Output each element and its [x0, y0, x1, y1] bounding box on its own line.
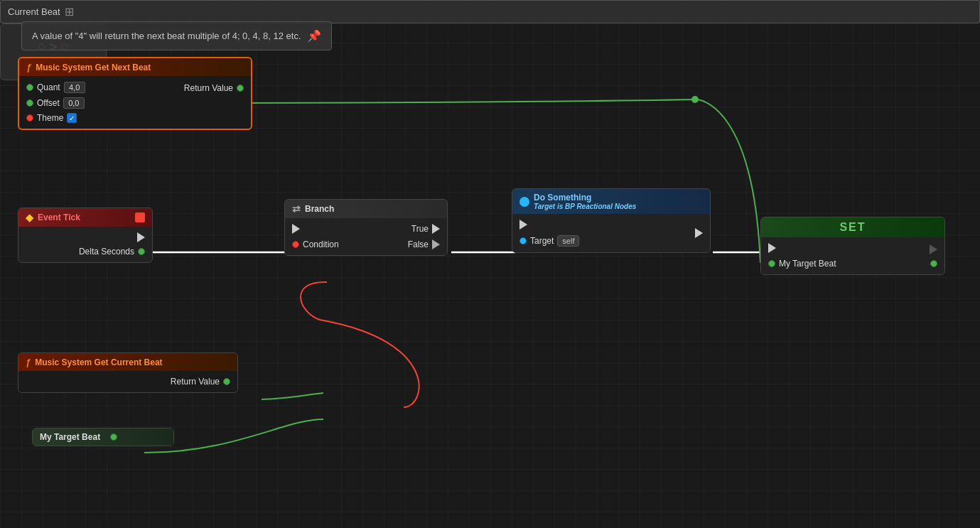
set-exec-in-pin[interactable] [768, 243, 776, 253]
offset-pin[interactable] [26, 99, 33, 107]
target-label: Target [530, 236, 554, 246]
function-icon: ƒ [26, 62, 31, 72]
set-out-beat-pin[interactable] [930, 260, 937, 267]
event-icon: ◆ [26, 212, 33, 223]
svg-point-0 [691, 96, 699, 103]
condition-label: Condition [303, 239, 339, 249]
function-icon-current: ƒ [26, 357, 31, 367]
set-exec-out-row [930, 244, 937, 254]
pin-icon[interactable]: 📌 [307, 29, 321, 43]
node-branch-header: ⇄ Branch [285, 200, 447, 218]
node-get-current-beat-body: Return Value [18, 371, 237, 392]
current-return-pin[interactable] [223, 378, 230, 385]
delta-seconds-pin[interactable] [138, 248, 145, 255]
set-target-beat-pin[interactable] [768, 260, 775, 267]
my-target-beat-label: My Target Beat [40, 432, 100, 442]
true-pin[interactable] [432, 224, 440, 234]
event-tick-stop-icon [135, 212, 145, 222]
current-beat-label: Current Beat ⊞ [0, 0, 980, 23]
true-label: True [411, 224, 429, 234]
branch-icon: ⇄ [292, 203, 301, 215]
target-row: Target self [519, 235, 579, 247]
node-get-next-beat-header: ƒ Music System Get Next Beat [19, 58, 251, 76]
condition-pin[interactable] [292, 241, 299, 248]
theme-checkbox[interactable]: ✓ [67, 113, 77, 123]
do-exec-in-row [519, 220, 579, 230]
node-branch-body: Condition True False [285, 218, 447, 255]
do-something-title: Do Something [534, 193, 636, 203]
node-my-target-beat-header: My Target Beat [33, 429, 173, 446]
offset-pin-row: Offset 0,0 [26, 97, 85, 109]
quant-pin-row: Quant 4,0 [26, 82, 85, 93]
do-exec-out-pin[interactable] [695, 228, 703, 238]
node-event-tick: ◆ Event Tick Delta Seconds [18, 208, 153, 263]
current-return-label: Return Value [171, 377, 220, 387]
delta-seconds-label: Delta Seconds [79, 247, 134, 257]
quant-label: Quant [37, 82, 60, 92]
do-exec-out-row [695, 228, 703, 238]
node-do-something-header: Do Something Target is BP Reactional Nod… [512, 189, 710, 214]
exec-in-pin[interactable] [292, 224, 300, 234]
theme-pin-row: Theme ✓ [26, 113, 85, 123]
current-beat-pin-icon[interactable]: ⊞ [65, 5, 74, 18]
false-pin[interactable] [432, 239, 440, 249]
my-target-beat-pin[interactable] [110, 433, 117, 441]
quant-value[interactable]: 4,0 [64, 82, 85, 93]
condition-row: Condition [292, 239, 339, 249]
do-exec-in-pin[interactable] [519, 220, 527, 230]
node-set-body: My Target Beat [761, 237, 944, 274]
node-event-tick-header: ◆ Event Tick [18, 208, 152, 227]
node-my-target-beat: My Target Beat [32, 428, 174, 446]
offset-label: Offset [37, 98, 60, 108]
set-target-beat-row: My Target Beat [768, 259, 836, 269]
current-return-row: Return Value [26, 377, 230, 387]
node-event-tick-body: Delta Seconds [18, 227, 152, 262]
return-label: Return Value [184, 83, 233, 93]
branch-title: Branch [305, 204, 334, 214]
set-exec-in-row [768, 243, 836, 253]
theme-label: Theme [37, 113, 63, 123]
node-get-next-beat: ƒ Music System Get Next Beat Quant 4,0 O… [18, 57, 252, 130]
current-beat-text: Current Beat [8, 6, 60, 17]
node-do-something: Do Something Target is BP Reactional Nod… [512, 188, 711, 253]
target-pin[interactable] [519, 237, 527, 244]
quant-pin[interactable] [26, 84, 33, 91]
event-tick-title: Event Tick [38, 212, 80, 222]
true-row: True [411, 224, 440, 234]
set-my-target-beat-label: My Target Beat [779, 259, 836, 269]
exec-out-pin[interactable] [137, 232, 145, 242]
offset-value[interactable]: 0,0 [63, 97, 85, 109]
false-row: False [408, 239, 440, 249]
tooltip-text: A value of "4" will return the next beat… [32, 31, 301, 41]
set-exec-out-pin[interactable] [930, 244, 937, 254]
node-do-something-body: Target self [512, 214, 710, 252]
node-set-header: SET [761, 217, 944, 237]
node-get-next-beat-body: Quant 4,0 Offset 0,0 Theme ✓ Return Valu… [19, 76, 251, 129]
node-branch: ⇄ Branch Condition True False [284, 199, 448, 256]
set-out-beat-row [930, 260, 937, 267]
node-get-next-beat-title: Music System Get Next Beat [36, 63, 151, 72]
exec-in-row [292, 224, 339, 234]
node-get-current-beat-header: ƒ Music System Get Current Beat [18, 353, 237, 371]
do-something-icon [519, 197, 529, 207]
set-title: SET [839, 221, 866, 234]
false-label: False [408, 239, 429, 249]
node-get-current-beat-title: Music System Get Current Beat [35, 357, 162, 367]
return-value-row: Return Value [184, 83, 244, 93]
node-get-current-beat: ƒ Music System Get Current Beat Return V… [18, 352, 238, 393]
do-something-subtitle: Target is BP Reactional Nodes [534, 203, 636, 210]
theme-pin[interactable] [26, 114, 33, 122]
target-value: self [557, 235, 579, 247]
node-set: SET My Target Beat [760, 217, 945, 275]
delta-seconds-row: Delta Seconds [26, 247, 145, 257]
tooltip-box: A value of "4" will return the next beat… [21, 21, 332, 50]
return-pin[interactable] [237, 85, 244, 92]
